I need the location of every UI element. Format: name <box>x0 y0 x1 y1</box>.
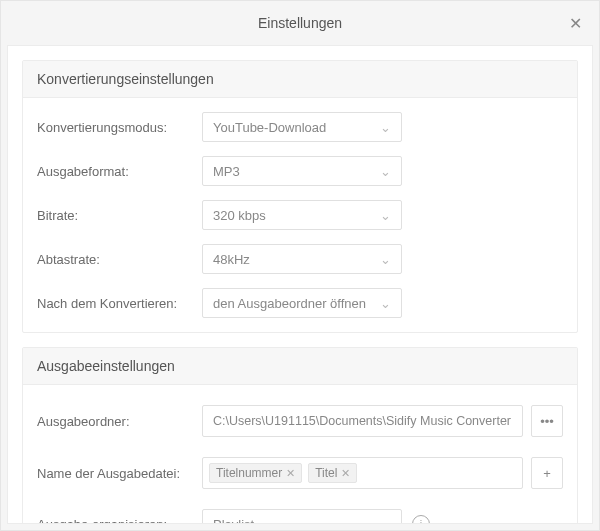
select-samplerate[interactable]: 48kHz ⌄ <box>202 244 402 274</box>
tag-label: Titelnummer <box>216 466 282 480</box>
label-mode: Konvertierungsmodus: <box>37 120 202 135</box>
output-folder-input[interactable]: C:\Users\U191115\Documents\Sidify Music … <box>202 405 523 437</box>
remove-tag-icon[interactable]: ✕ <box>286 467 295 480</box>
select-mode-value: YouTube-Download <box>213 120 326 135</box>
select-samplerate-value: 48kHz <box>213 252 250 267</box>
settings-window: Einstellungen ✕ Konvertierungseinstellun… <box>0 0 600 531</box>
section-header-conversion: Konvertierungseinstellungen <box>23 61 577 98</box>
chevron-down-icon: ⌄ <box>380 296 391 311</box>
row-format: Ausgabeformat: MP3 ⌄ <box>23 150 577 186</box>
row-samplerate: Abtastrate: 48kHz ⌄ <box>23 238 577 274</box>
window-title: Einstellungen <box>258 15 342 31</box>
section-conversion: Konvertierungseinstellungen Konvertierun… <box>22 60 578 333</box>
row-folder: Ausgabeordner: C:\Users\U191115\Document… <box>23 399 577 437</box>
row-after: Nach dem Konvertieren: den Ausgabeordner… <box>23 282 577 318</box>
label-folder: Ausgabeordner: <box>37 414 202 429</box>
label-samplerate: Abtastrate: <box>37 252 202 267</box>
output-folder-value: C:\Users\U191115\Documents\Sidify Music … <box>213 414 511 428</box>
select-mode[interactable]: YouTube-Download ⌄ <box>202 112 402 142</box>
label-organize: Ausgabe organisieren: <box>37 517 202 525</box>
browse-folder-button[interactable]: ••• <box>531 405 563 437</box>
label-after: Nach dem Konvertieren: <box>37 296 202 311</box>
chevron-down-icon: ⌄ <box>380 120 391 135</box>
chevron-down-icon: ⌄ <box>380 252 391 267</box>
info-glyph: i <box>420 518 422 524</box>
select-after-value: den Ausgabeordner öffnen <box>213 296 366 311</box>
select-after[interactable]: den Ausgabeordner öffnen ⌄ <box>202 288 402 318</box>
ellipsis-icon: ••• <box>540 414 554 429</box>
close-icon: ✕ <box>569 14 582 33</box>
select-format-value: MP3 <box>213 164 240 179</box>
select-organize-value: Playlist <box>213 517 254 525</box>
info-icon[interactable]: i <box>412 515 430 524</box>
label-format: Ausgabeformat: <box>37 164 202 179</box>
chevron-down-icon: ⌄ <box>380 164 391 179</box>
select-organize[interactable]: Playlist ⌄ <box>202 509 402 524</box>
row-organize: Ausgabe organisieren: Playlist ⌄ i <box>23 503 577 524</box>
tag-label: Titel <box>315 466 337 480</box>
select-bitrate-value: 320 kbps <box>213 208 266 223</box>
label-bitrate: Bitrate: <box>37 208 202 223</box>
row-mode: Konvertierungsmodus: YouTube-Download ⌄ <box>23 106 577 142</box>
row-bitrate: Bitrate: 320 kbps ⌄ <box>23 194 577 230</box>
content-area: Konvertierungseinstellungen Konvertierun… <box>7 45 593 524</box>
tag-titlenumber[interactable]: Titelnummer ✕ <box>209 463 302 483</box>
select-format[interactable]: MP3 ⌄ <box>202 156 402 186</box>
titlebar: Einstellungen ✕ <box>1 1 599 45</box>
plus-icon: + <box>543 466 551 481</box>
add-tag-button[interactable]: + <box>531 457 563 489</box>
select-bitrate[interactable]: 320 kbps ⌄ <box>202 200 402 230</box>
chevron-down-icon: ⌄ <box>380 208 391 223</box>
section-output: Ausgabeeinstellungen Ausgabeordner: C:\U… <box>22 347 578 524</box>
tag-title[interactable]: Titel ✕ <box>308 463 357 483</box>
section-header-output: Ausgabeeinstellungen <box>23 348 577 385</box>
remove-tag-icon[interactable]: ✕ <box>341 467 350 480</box>
chevron-down-icon: ⌄ <box>380 517 391 525</box>
label-filename: Name der Ausgabedatei: <box>37 466 202 481</box>
row-filename: Name der Ausgabedatei: Titelnummer ✕ Tit… <box>23 451 577 489</box>
filename-tags-input[interactable]: Titelnummer ✕ Titel ✕ <box>202 457 523 489</box>
close-button[interactable]: ✕ <box>563 11 587 35</box>
